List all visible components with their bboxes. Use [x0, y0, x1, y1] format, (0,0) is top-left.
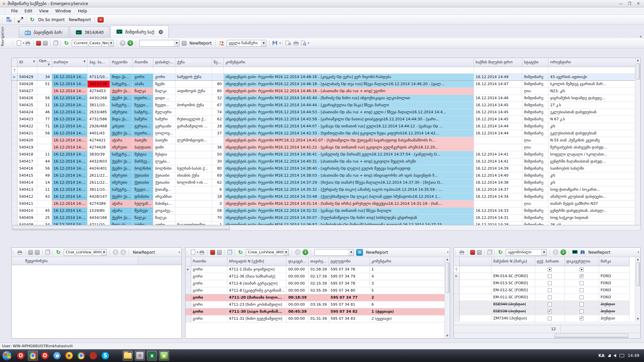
- expand-icon[interactable]: [17, 17, 23, 23]
- filter-cell[interactable]: [52, 67, 88, 73]
- new-report-button[interactable]: NewReport: [586, 250, 612, 255]
- app-window-icon[interactable]: ✲: [135, 351, 145, 361]
- filter-cell[interactable]: [212, 67, 223, 73]
- filter-cell[interactable]: [224, 67, 474, 73]
- refresh-icon[interactable]: ↻: [497, 250, 503, 255]
- new-report-button[interactable]: NewReport: [67, 17, 93, 22]
- table-row[interactable]: 5404215616-12-2014 14:...4401/43ქვემო ქა…: [12, 130, 640, 137]
- tab-case-3814[interactable]: 3814/640: [70, 26, 110, 38]
- column-header-we[interactable]: წე...: [212, 58, 223, 67]
- map-icon[interactable]: [580, 250, 585, 255]
- copy-icon[interactable]: [227, 250, 232, 255]
- search-combo[interactable]: ▼: [314, 249, 354, 256]
- filter-icon[interactable]: ▼: [48, 63, 50, 66]
- table-row[interactable]: 54042716-12-2014 14:...4274453ქვემო ქა..…: [12, 87, 640, 95]
- table-row[interactable]: ▶5404293416-12-2014 14:...4711/10...შიდა…: [12, 73, 640, 80]
- print-icon[interactable]: [17, 250, 22, 255]
- scroll-down-icon[interactable]: ▼: [446, 334, 448, 338]
- records-filter-select[interactable]: ყველა ჩანაწერი ▼: [227, 40, 266, 47]
- column-header[interactable]: მარკა: [599, 257, 629, 266]
- table-row[interactable]: 5404237716-12-2014 14:...4731/586შიდა ქა…: [12, 116, 640, 123]
- column-header-id[interactable]: ID ▼: [17, 58, 37, 67]
- minimize-button[interactable]: —: [616, 1, 625, 7]
- menu-window[interactable]: Window: [52, 8, 74, 14]
- table-row[interactable]: 5404154916-12-2014 14:...2611/22...იმერე…: [12, 172, 640, 179]
- tech-card-checkbox[interactable]: [548, 274, 552, 278]
- layout-settings-icon[interactable]: [6, 17, 12, 22]
- move-up-icon[interactable]: ↑: [120, 40, 125, 46]
- chevron-down-icon[interactable]: ▾: [179, 251, 180, 254]
- filter-cell[interactable]: [110, 67, 132, 73]
- table-row[interactable]: ZM7340 [ჰიუნდაი]ჰიუნდაი: [454, 315, 629, 321]
- chevron-down-icon[interactable]: ▾: [638, 251, 639, 254]
- horizontal-scrollbar[interactable]: [11, 225, 641, 231]
- file-explorer-icon[interactable]: [123, 351, 133, 361]
- media-player-icon[interactable]: [88, 351, 98, 361]
- filter-cell[interactable]: [37, 67, 52, 73]
- filter-cell[interactable]: [175, 67, 212, 73]
- restore-button[interactable]: ❐: [625, 1, 634, 7]
- chevron-down-icon[interactable]: ▾: [447, 251, 448, 254]
- table-row[interactable]: ▶EM-014-SC [FORD]FORD: [454, 273, 629, 280]
- column-header-pac[interactable]: პაც. ბა...: [88, 58, 110, 67]
- toolbar-overflow-icon[interactable]: ▾: [308, 42, 309, 45]
- table-row[interactable]: 5404244616-12-2014 14:...2633/485იმერეთი…: [12, 109, 640, 116]
- new-record-icon[interactable]: [17, 41, 21, 46]
- tech-card-checkbox[interactable]: [548, 309, 552, 313]
- busy-checkbox[interactable]: [580, 309, 584, 313]
- column-header-date[interactable]: თარიღი ▼: [52, 58, 88, 67]
- table-row[interactable]: EM-011-SC [FORD]FORD: [454, 294, 629, 301]
- scrollbar-thumb[interactable]: [12, 226, 230, 230]
- move-up-icon[interactable]: ↑: [295, 249, 301, 255]
- move-down-icon[interactable]: ↓: [560, 249, 566, 255]
- table-row[interactable]: გორი4711-6 [თამარ გერგაული]00:00:0002:15…: [185, 280, 447, 287]
- filter-icon[interactable]: ▼: [84, 60, 86, 63]
- tech-card-checkbox[interactable]: [548, 316, 552, 320]
- monitor-icon[interactable]: [572, 250, 578, 255]
- table-row[interactable]: 5404265616-12-2014 14:...4430/268ქვემო ქ…: [12, 95, 640, 102]
- close-tab-button[interactable]: ✕: [98, 17, 104, 22]
- new-record-icon[interactable]: [191, 250, 195, 255]
- firefox-icon[interactable]: [64, 351, 74, 361]
- busy-checkbox[interactable]: [580, 302, 584, 306]
- move-down-icon[interactable]: ↓: [120, 249, 126, 255]
- app-green-icon[interactable]: ▣: [159, 351, 169, 361]
- table-row[interactable]: გორი4711-23 [ნინო კოპინაშვილი]00:00:0003…: [185, 301, 447, 308]
- tech-card-checkbox[interactable]: [548, 295, 552, 299]
- busy-checkbox[interactable]: [580, 316, 584, 320]
- table-row[interactable]: 5404251116-12-2014 14:...3811/10...სამეგ…: [12, 102, 640, 109]
- scroll-down-icon[interactable]: ▼: [637, 317, 639, 321]
- column-header[interactable]: თავისუ...: [309, 257, 329, 266]
- opera-icon[interactable]: O: [16, 351, 26, 361]
- excel-icon[interactable]: X: [147, 351, 157, 361]
- pause-icon[interactable]: [217, 250, 222, 255]
- menu-edit[interactable]: Edit: [21, 8, 36, 14]
- tech-card-checkbox[interactable]: [548, 288, 552, 292]
- refresh-icon[interactable]: ↻: [237, 250, 244, 255]
- table-row[interactable]: 5404285116-12-2014 14:...3823/198სამეგრე…: [12, 80, 640, 87]
- column-header[interactable]: [459, 257, 491, 266]
- column-header[interactable]: რაიონი: [191, 257, 227, 266]
- refresh-icon[interactable]: ↻: [63, 41, 69, 46]
- table-row[interactable]: 5404165616-12-2014 14:...4424/401ქვემო ქ…: [12, 165, 640, 172]
- printer-icon[interactable]: [293, 41, 299, 46]
- pause-icon[interactable]: [35, 250, 40, 255]
- filter-row[interactable]: [12, 67, 640, 73]
- scroll-up-icon[interactable]: ▲: [637, 257, 639, 262]
- column-header-settlement[interactable]: დასახლ...: [153, 58, 175, 67]
- pause-icon[interactable]: [43, 41, 48, 46]
- close-button[interactable]: ✕: [634, 1, 643, 7]
- tab-current-cases[interactable]: მიმდინარე საქ: ✕: [110, 25, 169, 38]
- column-header-ope[interactable]: Ope... ▼: [37, 58, 52, 67]
- stop-icon[interactable]: [36, 41, 41, 46]
- column-header-region[interactable]: რეგიონი: [110, 58, 132, 67]
- new-record-dropdown-icon[interactable]: ▾: [23, 42, 24, 45]
- table-row[interactable]: 5404124316-12-2014 14:...4428/147ქვემო ქ…: [12, 193, 640, 200]
- view-select[interactable]: Chat_ListView_With... ▼: [64, 249, 107, 256]
- table-row[interactable]: ▶გორი4711-1 [ნანა ჯოჯიშვილი]00:00:0001:5…: [185, 266, 447, 273]
- print-icon[interactable]: [199, 250, 205, 255]
- print-preview-icon[interactable]: [301, 41, 306, 46]
- new-report-button[interactable]: NewReport: [364, 250, 390, 255]
- skype-icon[interactable]: S: [100, 351, 110, 361]
- scrollbar-thumb[interactable]: [636, 262, 640, 286]
